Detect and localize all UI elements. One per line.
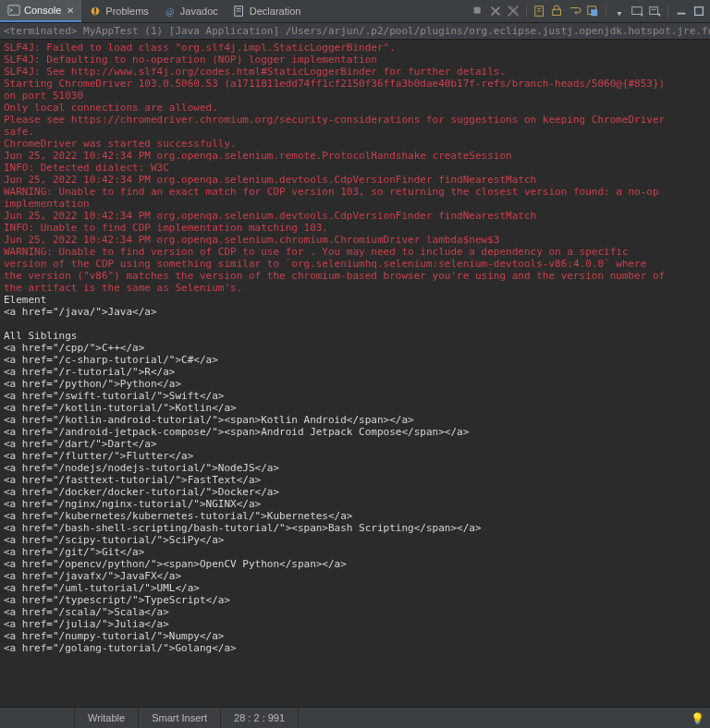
- tab-console[interactable]: Console ✕: [0, 0, 81, 22]
- svg-rect-21: [695, 7, 704, 16]
- status-bar: Writable Smart Insert 28 : 2 : 991 💡: [0, 707, 710, 728]
- close-icon[interactable]: ✕: [67, 6, 74, 16]
- svg-rect-0: [8, 6, 19, 16]
- maximize-icon[interactable]: [692, 4, 706, 18]
- svg-marker-16: [640, 14, 643, 18]
- pin-console-icon[interactable]: [612, 4, 627, 18]
- tip-bulb-icon[interactable]: 💡: [691, 712, 704, 725]
- minimize-icon[interactable]: [674, 4, 689, 18]
- javadoc-icon: @: [164, 5, 177, 18]
- clear-console-icon[interactable]: [532, 4, 547, 18]
- console-output[interactable]: SLF4J: Failed to load class "org.slf4j.i…: [0, 40, 710, 707]
- svg-rect-3: [94, 13, 96, 15]
- svg-rect-17: [650, 7, 658, 15]
- remove-all-icon[interactable]: [506, 4, 520, 18]
- tab-label: Javadoc: [180, 6, 218, 17]
- tab-label: Declaration: [250, 6, 301, 17]
- tab-label: Console: [24, 5, 61, 16]
- status-insert-mode[interactable]: Smart Insert: [139, 708, 221, 728]
- remove-launch-icon[interactable]: [488, 4, 503, 18]
- launch-header: <terminated> MyAppTest (1) [Java Applica…: [0, 23, 710, 40]
- svg-marker-19: [657, 14, 661, 18]
- show-on-out-icon[interactable]: [585, 4, 600, 18]
- svg-rect-2: [94, 8, 96, 12]
- console-icon: [7, 4, 20, 17]
- stdout-text: Element <a href="/java/">Java</a> All Si…: [4, 294, 706, 654]
- terminate-relaunch-icon[interactable]: [471, 4, 485, 18]
- declaration-icon: [233, 5, 246, 18]
- tab-problems[interactable]: Problems: [81, 0, 155, 22]
- views-tabbar: Console ✕ Problems @ Javadoc Declaration: [0, 0, 710, 23]
- scroll-lock-icon[interactable]: [550, 4, 565, 18]
- console-toolbar: [467, 4, 710, 18]
- status-writable[interactable]: Writable: [75, 708, 139, 728]
- stderr-text: SLF4J: Failed to load class "org.slf4j.i…: [4, 42, 706, 294]
- svg-rect-8: [474, 7, 481, 14]
- svg-rect-12: [553, 9, 561, 15]
- svg-text:@: @: [165, 6, 174, 17]
- status-cursor-pos[interactable]: 28 : 2 : 991: [221, 708, 299, 728]
- open-console-icon[interactable]: [647, 4, 662, 18]
- tab-declaration[interactable]: Declaration: [226, 0, 309, 22]
- problems-icon: [89, 5, 102, 18]
- word-wrap-icon[interactable]: [568, 4, 582, 18]
- svg-rect-15: [632, 7, 643, 15]
- display-selected-icon[interactable]: [630, 4, 644, 18]
- tab-label: Problems: [105, 6, 148, 17]
- svg-rect-14: [591, 9, 597, 16]
- tab-javadoc[interactable]: @ Javadoc: [156, 0, 226, 22]
